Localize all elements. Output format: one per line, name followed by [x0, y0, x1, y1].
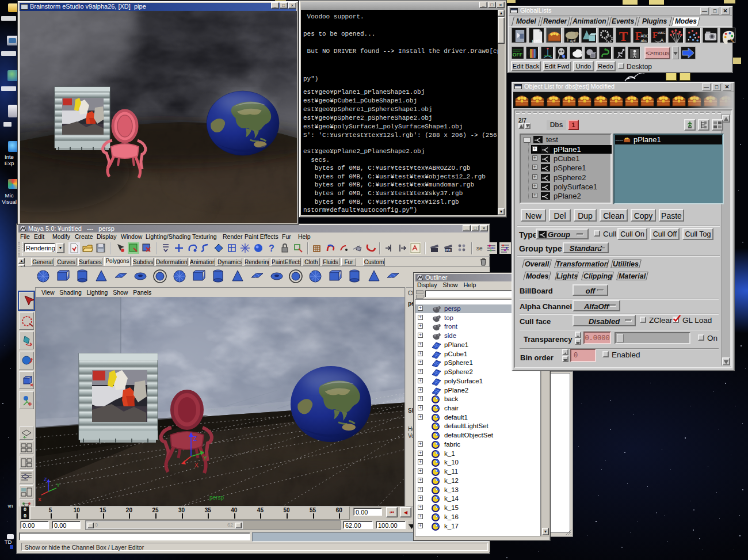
svg-text:abc: abc	[641, 39, 648, 43]
svg-text:prefs.: prefs.	[532, 38, 543, 43]
svg-text:T: T	[619, 29, 628, 44]
svg-text:Y: Y	[203, 455, 207, 462]
svg-text:A: A	[660, 37, 663, 43]
svg-text:ABC: ABC	[658, 31, 665, 35]
svg-text:?: ?	[269, 243, 274, 253]
svg-text:F: F	[652, 30, 658, 40]
svg-text:i: i	[563, 55, 563, 58]
svg-text:se: se	[476, 245, 483, 252]
svg-text:ayz: ayz	[570, 39, 575, 43]
svg-text:X: X	[38, 497, 41, 502]
svg-text:ABC: ABC	[641, 34, 649, 38]
svg-text:Y: Y	[56, 482, 60, 488]
svg-text:IPR: IPR	[445, 249, 451, 252]
svg-text:Z: Z	[193, 436, 197, 442]
svg-text:OFF: OFF	[513, 52, 522, 58]
svg-text:X: X	[194, 462, 199, 468]
svg-text:Z: Z	[44, 477, 47, 482]
svg-text:persp: persp	[209, 494, 224, 501]
